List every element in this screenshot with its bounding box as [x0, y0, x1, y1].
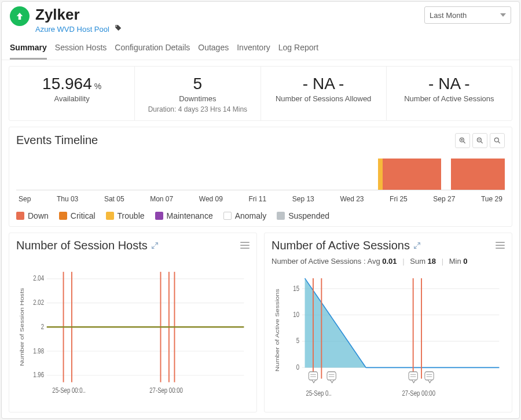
- kpi-sessions-allowed-value: - NA -: [303, 75, 344, 93]
- svg-text:Number of Active Sessions: Number of Active Sessions: [274, 288, 281, 371]
- timeline-seg-trouble: [378, 159, 383, 190]
- svg-text:27-Sep 00:00: 27-Sep 00:00: [402, 389, 436, 397]
- svg-text:25-Sep 0..: 25-Sep 0..: [306, 389, 331, 397]
- tab-inventory[interactable]: Inventory: [237, 43, 270, 60]
- kpi-active-sessions: - NA - Number of Active Sessions: [387, 67, 512, 120]
- timeline-area: Sep Thu 03 Sat 05 Mon 07 Wed 09 Fri 11 S…: [16, 159, 505, 203]
- svg-text:27-Sep 00:00: 27-Sep 00:00: [149, 386, 183, 393]
- swatch-icon: [16, 212, 24, 220]
- timeline-tick: Sat 05: [104, 195, 124, 203]
- legend-down: Down: [16, 211, 49, 220]
- timeline-tick: Fri 11: [248, 195, 266, 203]
- zoom-out-button[interactable]: [472, 133, 487, 148]
- time-period-select[interactable]: Last Month: [424, 6, 511, 24]
- legend-trouble: Trouble: [106, 211, 145, 220]
- expand-icon[interactable]: [151, 239, 159, 252]
- tab-log-report[interactable]: Log Report: [278, 43, 318, 60]
- tag-icon[interactable]: [114, 24, 122, 35]
- kpi-row: 15.964 % Availability 5 Downtimes Durati…: [9, 66, 512, 121]
- zoom-reset-button[interactable]: [490, 133, 505, 148]
- status-up-icon: [10, 6, 30, 26]
- tab-session-hosts[interactable]: Session Hosts: [55, 43, 107, 60]
- timeline-tick: Tue 29: [481, 195, 502, 203]
- svg-text:10: 10: [293, 311, 299, 318]
- chart-menu-button[interactable]: [240, 242, 250, 249]
- timeline-tick: Mon 07: [150, 195, 173, 203]
- tab-summary[interactable]: Summary: [10, 43, 47, 60]
- legend-suspended: Suspended: [277, 211, 329, 220]
- resource-type-link[interactable]: Azure WVD Host Pool: [35, 25, 109, 34]
- swatch-icon: [223, 212, 232, 220]
- tabs: Summary Session Hosts Configuration Deta…: [2, 35, 519, 60]
- session-hosts-title: Number of Session Hosts: [16, 239, 159, 252]
- kpi-availability-unit: %: [94, 82, 101, 91]
- kpi-availability-value: 15.964: [42, 75, 92, 93]
- swatch-icon: [59, 212, 67, 220]
- active-sessions-chart-panel: Number of Active Sessions Number of Acti…: [264, 233, 512, 412]
- kpi-active-sessions-label: Number of Active Sessions: [391, 94, 507, 103]
- kpi-downtimes-label: Downtimes: [140, 94, 255, 103]
- timeline-tick: Fri 25: [390, 195, 408, 203]
- swatch-icon: [155, 212, 163, 220]
- svg-text:5: 5: [296, 337, 299, 344]
- session-hosts-chart[interactable]: 2.04 2.02 2 1.98 1.96 Number of Session …: [16, 258, 250, 410]
- tab-outages[interactable]: Outages: [198, 43, 229, 60]
- svg-text:0: 0: [296, 363, 299, 371]
- legend-maintenance: Maintenance: [155, 211, 213, 220]
- svg-rect-46: [425, 371, 434, 380]
- subtitle-row: Azure WVD Host Pool: [35, 24, 511, 35]
- timeline-tick: Wed 23: [340, 195, 364, 203]
- kpi-downtimes-value: 5: [193, 75, 203, 93]
- chart-menu-button[interactable]: [496, 242, 505, 249]
- active-sessions-header: Number of Active Sessions: [271, 239, 505, 252]
- tab-configuration-details[interactable]: Configuration Details: [115, 43, 190, 60]
- legend-anomaly: Anomaly: [223, 211, 266, 220]
- kpi-downtimes: 5 Downtimes Duration: 4 days 23 Hrs 14 M…: [135, 67, 260, 120]
- timeline-legend: Down Critical Trouble Maintenance Anomal…: [16, 211, 505, 220]
- timeline-track[interactable]: [16, 159, 505, 190]
- svg-rect-44: [327, 371, 336, 380]
- svg-line-8: [498, 141, 500, 143]
- svg-text:1.96: 1.96: [33, 371, 44, 378]
- timeline-seg-down-2: [451, 159, 505, 190]
- svg-rect-43: [309, 371, 317, 380]
- svg-text:25-Sep 00:0..: 25-Sep 00:0..: [52, 386, 86, 393]
- swatch-icon: [106, 212, 114, 220]
- events-timeline-panel: Events Timeline Sep Thu: [9, 127, 512, 227]
- kpi-active-sessions-value: - NA -: [428, 75, 470, 93]
- legend-critical: Critical: [59, 211, 96, 220]
- kpi-downtimes-sublabel: Duration: 4 days 23 Hrs 14 Mins: [140, 105, 255, 113]
- svg-text:2: 2: [41, 322, 44, 330]
- events-timeline-title: Events Timeline: [16, 134, 98, 147]
- kpi-sessions-allowed-label: Number of Sessions Allowed: [266, 94, 381, 103]
- session-hosts-header: Number of Session Hosts: [16, 239, 250, 252]
- svg-line-1: [464, 141, 465, 143]
- active-sessions-chart[interactable]: 15 10 5 0 Number of Active Sessions: [271, 271, 505, 410]
- kpi-availability: 15.964 % Availability: [9, 67, 135, 120]
- charts-row: Number of Session Hosts: [9, 233, 512, 412]
- svg-text:15: 15: [293, 284, 299, 292]
- zoom-in-button[interactable]: [455, 133, 470, 148]
- kpi-availability-label: Availability: [14, 94, 130, 103]
- svg-text:Number of Session Hosts: Number of Session Hosts: [19, 288, 25, 366]
- session-hosts-chart-panel: Number of Session Hosts: [9, 233, 257, 412]
- active-sessions-title: Number of Active Sessions: [271, 239, 421, 252]
- timeline-tick: Sep 13: [292, 195, 314, 203]
- timeline-tick: Wed 09: [199, 195, 223, 203]
- timeline-tick: Sep 27: [433, 195, 455, 203]
- svg-text:2.02: 2.02: [33, 299, 44, 306]
- kpi-sessions-allowed: - NA - Number of Sessions Allowed: [261, 67, 387, 120]
- time-period-value: Last Month: [430, 11, 467, 20]
- timeline-axis: Sep Thu 03 Sat 05 Mon 07 Wed 09 Fri 11 S…: [16, 190, 505, 203]
- svg-text:1.98: 1.98: [33, 347, 44, 354]
- timeline-tick: Thu 03: [57, 195, 78, 203]
- page-header: Zylker Azure WVD Host Pool Last Month: [2, 2, 519, 35]
- expand-icon[interactable]: [413, 239, 421, 252]
- events-timeline-controls: [455, 133, 505, 148]
- svg-rect-45: [409, 371, 417, 380]
- page-container: Zylker Azure WVD Host Pool Last Month Su…: [1, 1, 520, 419]
- active-sessions-stats: Number of Active Sessions : Avg 0.01 | S…: [271, 257, 505, 266]
- timeline-tick: Sep: [19, 195, 31, 203]
- timeline-seg-down-1: [383, 159, 441, 190]
- svg-point-7: [494, 138, 498, 142]
